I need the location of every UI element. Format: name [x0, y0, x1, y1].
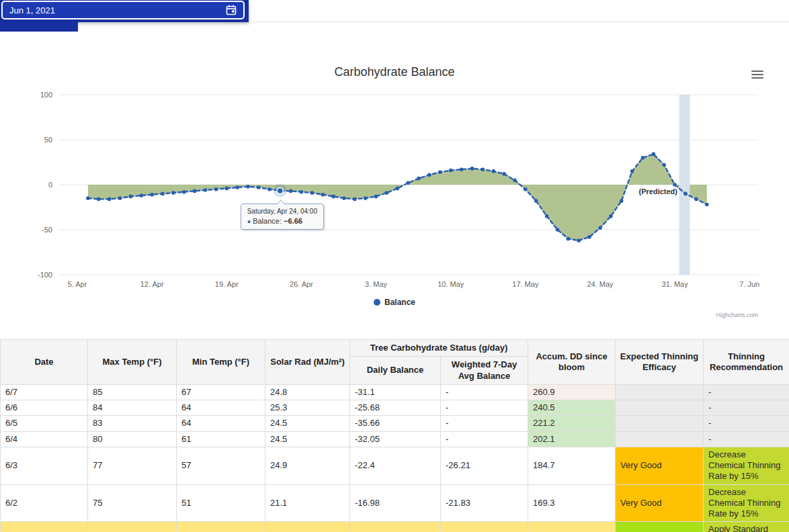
cell-max: 83 — [88, 416, 177, 431]
cell-solar: 25.3 — [265, 400, 350, 416]
col-header-min-temp: Min Temp (°F) — [177, 340, 265, 385]
svg-text:(Predicted): (Predicted) — [639, 187, 678, 195]
tooltip-value: −6.66 — [284, 217, 302, 225]
legend-label: Balance — [384, 298, 415, 307]
table-row: 6/7856724.8-31.1-260.9- — [1, 384, 789, 400]
date-value: Jun 1, 2021 — [9, 5, 55, 15]
tooltip-date: Saturday, Apr 24, 04:00 — [247, 208, 317, 215]
cell-min: 61 — [177, 431, 265, 447]
cell-efficacy — [616, 431, 704, 447]
cell-rec: - — [704, 400, 789, 416]
cell-weighted: - — [441, 416, 528, 431]
cell-efficacy: Very Good — [616, 484, 704, 522]
cell-rec: Apply Standard Chemical Thinning Rate — [704, 522, 789, 532]
col-group-header-carb-status: Tree Carbohydrate Status (g/day) — [350, 340, 528, 357]
col-header-efficacy: Expected Thinning Efficacy — [616, 340, 704, 385]
cell-efficacy — [616, 400, 704, 416]
cell-date: 6/6 — [1, 400, 88, 416]
cell-accum: 169.3 — [528, 484, 616, 522]
cell-daily: -32.05 — [350, 431, 441, 447]
cell-weighted: -13.57 — [441, 522, 528, 532]
datepicker-dropdown-edge — [0, 22, 78, 32]
cell-accum: 260.9 — [528, 384, 616, 400]
cell-solar: 21.1 — [265, 484, 350, 522]
cell-solar: 21.9 — [265, 522, 350, 532]
cell-min: 64 — [177, 416, 265, 431]
cell-min: 51 — [177, 484, 265, 522]
svg-text:-50: -50 — [42, 226, 52, 234]
cell-rec: - — [704, 416, 789, 431]
cell-accum: 156.1 — [528, 522, 616, 532]
series-dot-icon: ● — [247, 218, 251, 225]
svg-text:17. May: 17. May — [512, 280, 539, 288]
col-header-date: Date — [1, 340, 88, 385]
cell-min: 67 — [177, 384, 265, 400]
cell-rec: - — [704, 431, 789, 447]
cell-max: 85 — [88, 384, 177, 400]
cell-max: 75 — [88, 484, 177, 522]
toolbar-divider — [249, 21, 789, 22]
cell-max: 77 — [88, 447, 177, 484]
cell-rec: Decrease Chemical Thinning Rate by 15% — [704, 484, 789, 522]
svg-text:-100: -100 — [38, 271, 52, 279]
cell-date: 6/2 — [1, 484, 88, 522]
chart-context-menu-icon[interactable] — [751, 69, 763, 81]
col-header-recommendation: Thinning Recommendation — [704, 340, 789, 385]
chart-title: Carbohydrate Balance — [0, 65, 789, 79]
col-header-weighted-balance: Weighted 7-Day Avg Balance — [441, 357, 528, 385]
cell-daily: -16.98 — [350, 484, 441, 522]
balance-chart-svg[interactable]: -100-500501005. Apr12. Apr19. Apr26. Apr… — [0, 37, 789, 326]
legend-marker-icon — [374, 299, 380, 306]
cell-weighted: - — [441, 384, 528, 400]
date-input[interactable]: Jun 1, 2021 — [1, 1, 245, 19]
svg-text:100: 100 — [40, 91, 52, 99]
cell-daily: 4.99 — [350, 522, 441, 532]
chart-tooltip: Saturday, Apr 24, 04:00 ● Balance: −6.66 — [241, 204, 324, 230]
cell-weighted: -26.21 — [441, 447, 528, 484]
col-header-max-temp: Max Temp (°F) — [88, 340, 177, 385]
cell-rec: Decrease Chemical Thinning Rate by 15% — [704, 447, 789, 484]
col-header-solar-rad: Solar Rad (MJ/m²) — [265, 340, 350, 385]
cell-accum: 221.2 — [528, 416, 616, 431]
carbohydrate-balance-chart: -100-500501005. Apr12. Apr19. Apr26. Apr… — [0, 37, 789, 329]
svg-text:50: 50 — [44, 136, 52, 144]
cell-daily: -22.4 — [350, 447, 441, 484]
svg-text:7. Jun: 7. Jun — [739, 280, 759, 288]
table-row: 6/6846425.3-25.68-240.5- — [1, 400, 789, 416]
cell-accum: 202.1 — [528, 431, 616, 447]
cell-weighted: - — [441, 400, 528, 416]
cell-date: 6/1 — [1, 522, 88, 532]
cell-min: 64 — [177, 400, 265, 416]
cell-min: 47 — [177, 522, 265, 532]
table-row: 6/1704721.94.99-13.57156.1GoodApply Stan… — [1, 522, 789, 532]
table-row: 6/5836424.5-35.66-221.2- — [1, 416, 789, 431]
svg-text:26. Apr: 26. Apr — [290, 280, 313, 288]
cell-accum: 240.5 — [528, 400, 616, 416]
svg-text:31. May: 31. May — [662, 280, 689, 288]
calendar-icon[interactable] — [226, 5, 237, 15]
cell-solar: 24.5 — [265, 431, 350, 447]
table-row: 6/4806124.5-32.05-202.1- — [1, 431, 789, 447]
cell-solar: 24.8 — [265, 384, 350, 400]
cell-efficacy: Very Good — [616, 447, 704, 484]
cell-solar: 24.9 — [265, 447, 350, 484]
thinning-data-table: Date Max Temp (°F) Min Temp (°F) Solar R… — [0, 339, 789, 532]
svg-text:24. May: 24. May — [587, 280, 614, 288]
cell-efficacy: Good — [616, 522, 704, 532]
cell-daily: -35.66 — [350, 416, 441, 431]
cell-date: 6/5 — [1, 416, 88, 431]
cell-weighted: -21.83 — [441, 484, 528, 522]
cell-efficacy — [616, 384, 704, 400]
svg-text:3. May: 3. May — [365, 280, 388, 288]
table-row: 6/3775724.9-22.4-26.21184.7Very GoodDecr… — [1, 447, 789, 484]
tooltip-series-label: Balance: — [253, 217, 282, 225]
legend-item-balance[interactable]: Balance — [0, 298, 789, 307]
table-body: 6/7856724.8-31.1-260.9-6/6846425.3-25.68… — [1, 384, 789, 532]
datepicker-widget: Jun 1, 2021 — [0, 0, 249, 22]
svg-text:10. May: 10. May — [438, 280, 464, 288]
cell-min: 57 — [177, 447, 265, 484]
svg-text:5. Apr: 5. Apr — [68, 280, 87, 288]
cell-solar: 24.5 — [265, 416, 350, 431]
highcharts-credit-link[interactable]: Highcharts.com — [716, 312, 758, 318]
col-header-daily-balance: Daily Balance — [350, 357, 441, 385]
